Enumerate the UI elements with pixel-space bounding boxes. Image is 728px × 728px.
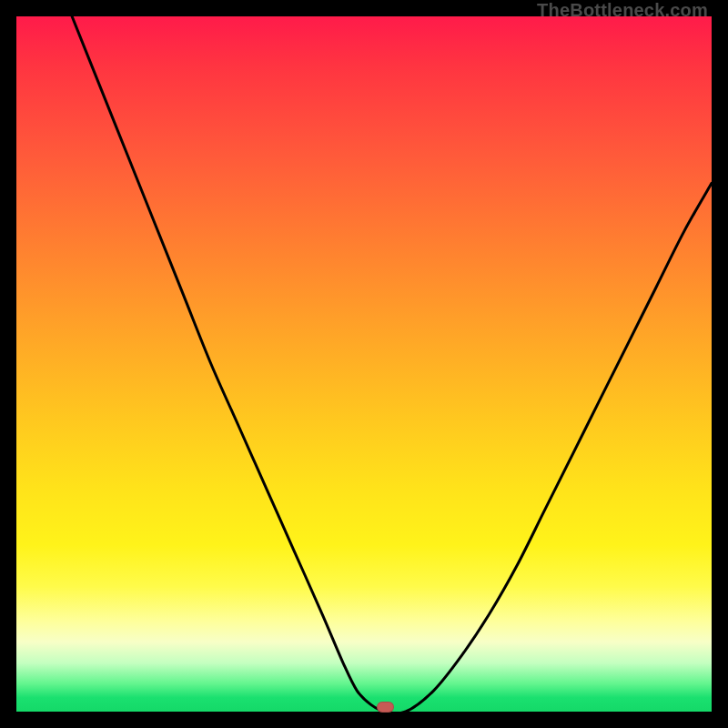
chart-root: { "credit": "TheBottleneck.com", "colors… (0, 0, 728, 728)
bottleneck-marker (377, 702, 394, 713)
plot-area (16, 16, 712, 712)
bottleneck-curve-path (72, 16, 712, 712)
curve-svg (16, 16, 712, 712)
